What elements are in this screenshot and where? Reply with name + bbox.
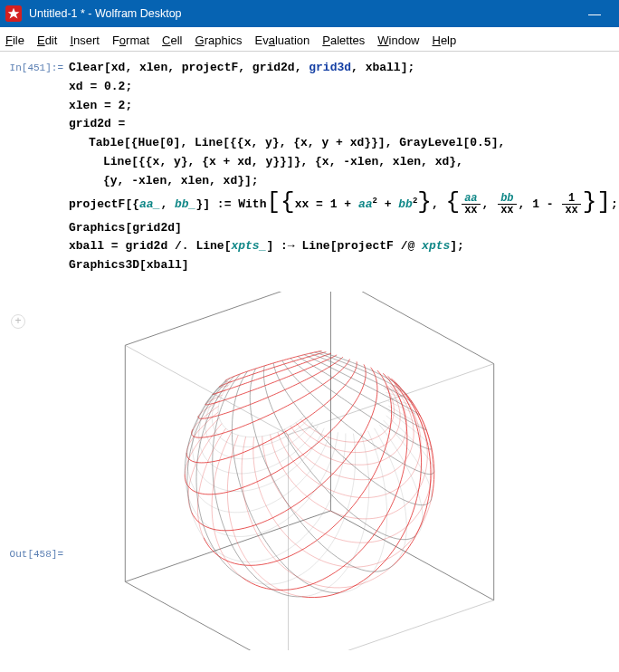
menu-graphics[interactable]: Graphics bbox=[195, 34, 243, 47]
menu-insert[interactable]: Insert bbox=[70, 34, 100, 47]
menu-edit[interactable]: Edit bbox=[37, 34, 57, 47]
menu-format[interactable]: Format bbox=[112, 34, 149, 47]
input-code[interactable]: Clear[xd, xlen, projectF, grid2d, grid3d… bbox=[69, 59, 618, 275]
cell-insertion-icon[interactable]: + bbox=[11, 314, 25, 329]
menu-file[interactable]: File bbox=[5, 34, 24, 47]
minimize-button[interactable]: — bbox=[576, 0, 614, 27]
menu-bar: File Edit Insert Format Cell Graphics Ev… bbox=[0, 27, 619, 52]
menu-window[interactable]: Window bbox=[377, 34, 419, 47]
wolfram-icon bbox=[5, 5, 22, 22]
notebook-area[interactable]: In[451]:= Clear[xd, xlen, projectF, grid… bbox=[0, 52, 619, 658]
menu-cell[interactable]: Cell bbox=[162, 34, 182, 47]
title-bar: Untitled-1 * - Wolfram Desktop — bbox=[0, 0, 619, 27]
in-label: In[451]:= bbox=[9, 59, 69, 73]
out-label: Out[458]= bbox=[9, 545, 69, 560]
menu-palettes[interactable]: Palettes bbox=[322, 34, 365, 47]
menu-evaluation[interactable]: Evaluation bbox=[255, 34, 310, 47]
graphics3d-output[interactable] bbox=[74, 292, 554, 650]
window-title: Untitled-1 * - Wolfram Desktop bbox=[29, 7, 576, 20]
input-cell[interactable]: In[451]:= Clear[xd, xlen, projectF, grid… bbox=[9, 59, 612, 275]
menu-help[interactable]: Help bbox=[433, 34, 457, 47]
